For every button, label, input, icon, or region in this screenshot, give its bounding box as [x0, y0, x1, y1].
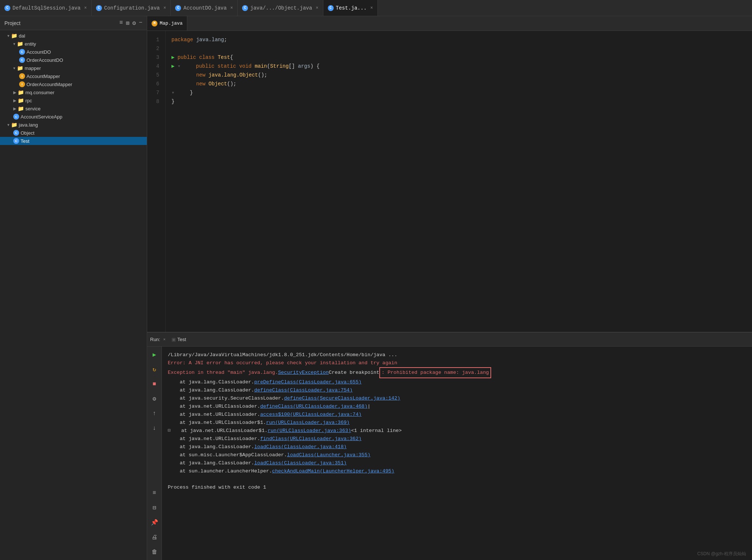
tab-close-Object[interactable]: × [316, 6, 318, 11]
tab-Configuration[interactable]: C Configuration.java × [92, 0, 171, 16]
tab-icon-AccountDO: C [175, 5, 181, 11]
ln-8: 8 [150, 97, 162, 106]
ln-1: 1 [150, 35, 162, 44]
console-line-stack-6: at java.net.URLClassLoader$1.run(URLClas… [168, 419, 746, 427]
code-content[interactable]: package java.lang; ▶ public class Test{ … [166, 31, 752, 332]
code-line-3: ▶ public class Test{ [171, 53, 746, 62]
settings-run-button[interactable]: ⚙ [149, 394, 160, 404]
tree-label-Test: Test [21, 138, 29, 144]
settings-icon[interactable]: ⚙ [132, 20, 136, 27]
tab-close-AccountDO[interactable]: × [230, 6, 233, 11]
tab-Object[interactable]: C java/.../Object.java × [238, 0, 323, 16]
chevron-rpc: ▶ [13, 98, 16, 103]
console-exception-prefix: Exception in thread "main" java.lang. [168, 369, 278, 377]
tree-label-AccountMapper: AccountMapper [26, 74, 60, 79]
console-line-stack-3: at java.security.SecureClassLoader.defin… [168, 394, 746, 403]
console-line-stack-9: at java.lang.ClassLoader.loadClass(Class… [168, 443, 746, 451]
tree-label-mapper: mapper [25, 65, 41, 71]
run-tab-label: Test [177, 337, 186, 342]
stack-link-3[interactable]: defineClass(SecureClassLoader.java:142) [284, 394, 400, 403]
run-tab-Test[interactable]: ▣ Test [169, 335, 189, 344]
tree-item-OrderAccountMapper[interactable]: I OrderAccountMapper [0, 80, 147, 88]
tree-item-OrderAccountDO[interactable]: C OrderAccountDO [0, 56, 147, 64]
sidebar: Project ≡ ⊞ ⚙ − ▾ 📁 dal ▾ 📁 entity [0, 16, 147, 560]
pin-button[interactable]: 📌 [149, 517, 160, 528]
tab-label-Configuration: Configuration.java [104, 5, 160, 11]
tree-item-Object[interactable]: C Object [0, 129, 147, 137]
run-button[interactable]: ▶ [149, 350, 160, 360]
stack-link-11[interactable]: loadClass(ClassLoader.java:351) [254, 459, 347, 467]
stack-link-2[interactable]: defineClass(ClassLoader.java:754) [254, 386, 352, 394]
file-icon-c-AccountDO: C [19, 49, 25, 55]
tab-close-Configuration[interactable]: × [163, 6, 166, 11]
chevron-entity: ▾ [13, 42, 15, 46]
code-editor: 1 2 3 4 5 6 7 8 package java.lang; ▶ pub… [147, 31, 752, 332]
tree-item-dal[interactable]: ▾ 📁 dal [0, 32, 147, 40]
tree-item-mq-consumer[interactable]: ▶ 📁 mq.consumer [0, 88, 147, 96]
console-exception-link[interactable]: SecurityException [278, 369, 329, 377]
tab-close-DefaultSqlSession[interactable]: × [84, 6, 87, 11]
tab-close-Test[interactable]: × [370, 6, 373, 11]
tab-icon-Configuration: C [96, 5, 102, 11]
watermark: CSDN @gzh-程序员灿灿 [697, 551, 746, 557]
tree-item-AccountMapper[interactable]: I AccountMapper [0, 72, 147, 80]
tree-label-AccountDO: AccountDO [26, 49, 51, 55]
tree-item-AccountServiceApp[interactable]: C AccountServiceApp [0, 113, 147, 121]
minimize-icon[interactable]: − [139, 20, 142, 27]
console-line-exit: Process finished with exit code 1 [168, 483, 746, 492]
tree-item-service[interactable]: ▶ 📁 service [0, 104, 147, 113]
stack-link-6[interactable]: run(URLClassLoader.java:369) [266, 419, 350, 427]
console-exit-text: Process finished with exit code 1 [168, 483, 266, 492]
collapse-all-icon[interactable]: ≡ [120, 20, 123, 27]
tree-item-java-lang[interactable]: ▾ 📁 java.lang [0, 121, 147, 129]
stop-button[interactable]: ■ [149, 379, 160, 389]
ln-3: 3 [150, 53, 162, 62]
stack-link-5[interactable]: access$100(URLClassLoader.java:74) [260, 411, 361, 419]
run-tab-icon: ▣ [171, 337, 176, 342]
expand-icon[interactable]: ⊞ [126, 20, 130, 27]
tab-label-AccountDO: AccountDO.java [183, 5, 227, 11]
editor-tab-icon-Map: M [152, 21, 157, 26]
console-line-empty [168, 475, 746, 483]
print-button[interactable]: 🖨 [149, 532, 160, 542]
tree-label-rpc: rpc [25, 98, 32, 103]
console-output[interactable]: /Library/Java/JavaVirtualMachines/jdk1.8… [162, 347, 752, 560]
run-tab-close[interactable]: × [163, 337, 166, 342]
tab-DefaultSqlSession[interactable]: C DefaultSqlSession.java × [0, 0, 92, 16]
stack-link-7[interactable]: run(URLClassLoader.java:363) [267, 427, 351, 435]
tree-item-rpc[interactable]: ▶ 📁 rpc [0, 96, 147, 104]
stack-link-9[interactable]: loadClass(ClassLoader.java:418) [254, 443, 347, 451]
collapse-icon-stack7[interactable]: ⊟ [168, 427, 171, 435]
chevron-mq: ▶ [13, 90, 16, 95]
tab-Test[interactable]: C Test.ja... × [323, 0, 378, 16]
file-icon-c-Test: C [13, 138, 19, 144]
tree-item-entity[interactable]: ▾ 📁 entity [0, 40, 147, 48]
stack-link-12[interactable]: checkAndLoadMain(LauncherHelper.java:495… [272, 467, 394, 475]
stack-link-4[interactable]: defineClass(URLClassLoader.java:468) [260, 403, 368, 411]
wrap-button[interactable]: ≡ [149, 488, 160, 498]
scroll-up-button[interactable]: ↑ [149, 408, 160, 419]
stack-link-10[interactable]: loadClass(Launcher.java:355) [287, 451, 370, 459]
editor-tab-Map[interactable]: M Map.java [147, 16, 187, 31]
filter-button[interactable]: ⊟ [149, 503, 160, 513]
tree-item-Test[interactable]: C Test [0, 137, 147, 145]
file-icon-app-AccountServiceApp: C [13, 114, 19, 120]
folder-icon-entity: 📁 [17, 41, 23, 47]
stack-link-8[interactable]: findClass(URLClassLoader.java:362) [260, 435, 361, 443]
scroll-down-button[interactable]: ↓ [149, 423, 160, 433]
stack-link-1[interactable]: preDefineClass(ClassLoader.java:655) [254, 378, 362, 386]
tab-AccountDO[interactable]: C AccountDO.java × [171, 0, 238, 16]
console-exception-middle: Create breakpoint [329, 369, 379, 377]
tree-item-mapper[interactable]: ▾ 📁 mapper [0, 64, 147, 72]
clear-button[interactable]: 🗑 [149, 547, 160, 557]
tree-label-entity: entity [25, 41, 36, 47]
chevron-service: ▶ [13, 106, 16, 111]
code-line-8: } [171, 97, 746, 106]
arrow-line3: ▶ [171, 53, 174, 62]
bottom-wrapper: ▶ ↻ ■ ⚙ ↑ ↓ ≡ ⊟ 📌 🖨 🗑 /Library/Ja [147, 347, 752, 560]
tab-icon-Object: C [242, 5, 248, 11]
tree-item-AccountDO[interactable]: C AccountDO [0, 48, 147, 56]
folder-icon-mapper: 📁 [17, 65, 23, 71]
rerun-button[interactable]: ↻ [149, 364, 160, 375]
tree-label-AccountServiceApp: AccountServiceApp [21, 114, 62, 120]
